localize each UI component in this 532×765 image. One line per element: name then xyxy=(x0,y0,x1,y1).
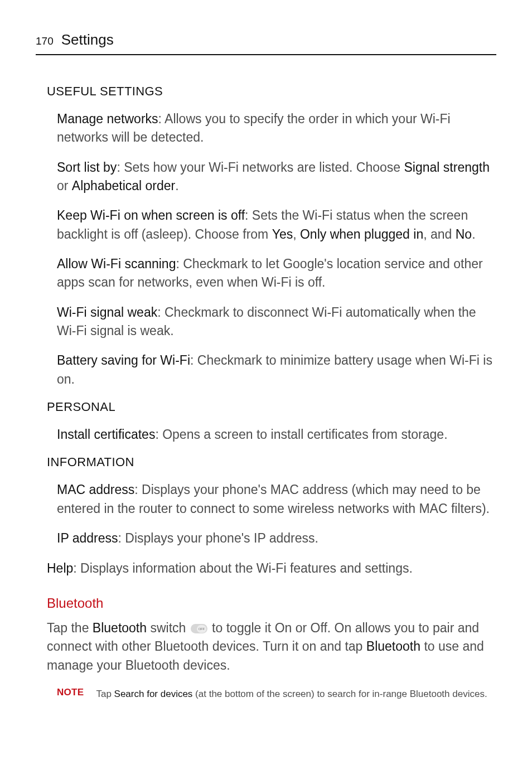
keep-wifi-on-o3: No xyxy=(456,227,472,241)
sort-list-by-d2: or xyxy=(57,178,72,193)
battery-saving-label: Battery saving for Wi-Fi xyxy=(57,353,190,367)
header-section-title: Settings xyxy=(61,31,114,49)
sort-list-by-label: Sort list by xyxy=(57,160,117,175)
bt-text-c: switch xyxy=(147,621,190,635)
bt-bold-1: Bluetooth xyxy=(93,621,147,635)
note-a: Tap xyxy=(96,689,114,699)
note-bold: Search for devices xyxy=(114,689,193,699)
help-label: Help xyxy=(47,561,73,575)
manage-networks-item: Manage networks: Allows you to specify t… xyxy=(47,110,494,147)
keep-wifi-on-o2: Only when plugged in xyxy=(300,227,423,241)
battery-saving-item: Battery saving for Wi-Fi: Checkmark to m… xyxy=(47,351,494,389)
sort-list-by-o1: Signal strength xyxy=(404,160,490,175)
help-desc: : Displays information about the Wi-Fi f… xyxy=(73,561,413,575)
allow-wifi-scanning-label: Allow Wi-Fi scanning xyxy=(57,256,176,271)
keep-wifi-on-d2: , xyxy=(293,227,300,241)
keep-wifi-on-d3: , and xyxy=(423,227,456,241)
content-body: USEFUL SETTINGS Manage networks: Allows … xyxy=(36,84,496,701)
personal-heading: PERSONAL xyxy=(47,400,494,414)
bluetooth-paragraph: Tap the Bluetooth switch to toggle it On… xyxy=(47,619,494,675)
wifi-signal-weak-item: Wi-Fi signal weak: Checkmark to disconne… xyxy=(47,303,494,341)
mac-address-label: MAC address xyxy=(57,482,134,497)
bt-text-a: Tap the xyxy=(47,621,93,635)
keep-wifi-on-d4: . xyxy=(472,227,475,241)
wifi-signal-weak-label: Wi-Fi signal weak xyxy=(57,305,157,319)
ip-address-item: IP address: Displays your phone's IP add… xyxy=(47,529,494,548)
install-certificates-label: Install certificates xyxy=(57,427,155,442)
bt-bold-2: Bluetooth xyxy=(366,639,420,653)
useful-settings-heading: USEFUL SETTINGS xyxy=(47,84,494,99)
keep-wifi-on-o1: Yes xyxy=(272,227,293,241)
note-text: Tap Search for devices (at the bottom of… xyxy=(96,687,487,701)
help-item: Help: Displays information about the Wi-… xyxy=(47,559,494,578)
note-label: NOTE xyxy=(57,687,84,701)
sort-list-by-item: Sort list by: Sets how your Wi-Fi networ… xyxy=(47,158,494,196)
information-heading: INFORMATION xyxy=(47,455,494,469)
running-header: 170 Settings xyxy=(36,31,496,49)
page: 170 Settings USEFUL SETTINGS Manage netw… xyxy=(0,0,532,746)
note-block: NOTE Tap Search for devices (at the bott… xyxy=(47,687,494,701)
switch-off-icon xyxy=(191,624,207,633)
install-certificates-desc: : Opens a screen to install certificates… xyxy=(155,427,447,442)
ip-address-label: IP address xyxy=(57,531,118,545)
manage-networks-label: Manage networks xyxy=(57,112,158,126)
sort-list-by-d3: . xyxy=(175,178,178,193)
page-number: 170 xyxy=(36,35,54,47)
note-c: (at the bottom of the screen) to search … xyxy=(192,689,487,699)
bluetooth-heading: Bluetooth xyxy=(47,595,494,611)
keep-wifi-on-label: Keep Wi-Fi on when screen is off xyxy=(57,208,245,222)
ip-address-desc: : Displays your phone's IP address. xyxy=(118,531,318,545)
header-rule xyxy=(36,54,496,55)
allow-wifi-scanning-item: Allow Wi-Fi scanning: Checkmark to let G… xyxy=(47,255,494,292)
keep-wifi-on-item: Keep Wi-Fi on when screen is off: Sets t… xyxy=(47,206,494,244)
sort-list-by-o2: Alphabetical order xyxy=(72,178,175,193)
sort-list-by-d1: : Sets how your Wi-Fi networks are liste… xyxy=(117,160,404,175)
mac-address-item: MAC address: Displays your phone's MAC a… xyxy=(47,481,494,518)
install-certificates-item: Install certificates: Opens a screen to … xyxy=(47,425,494,444)
